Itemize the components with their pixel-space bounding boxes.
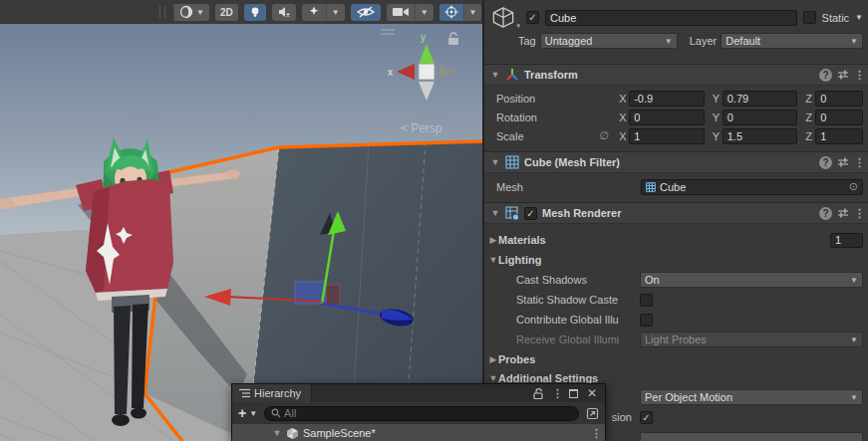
foldout-caret[interactable]: ▼ (490, 157, 500, 167)
close-icon[interactable]: ✕ (587, 386, 597, 400)
toolbar-drag-handle[interactable] (159, 6, 165, 18)
static-dropdown-caret[interactable]: ▼ (855, 13, 863, 22)
scale-z-field[interactable]: 1 (815, 128, 863, 144)
static-shadow-caster-checkbox[interactable] (640, 294, 653, 307)
x-axis-label: X (619, 111, 629, 123)
layer-dropdown[interactable]: Default▼ (721, 33, 863, 49)
perspective-mode-label[interactable]: < Persp (401, 121, 442, 135)
active-checkbox[interactable]: ✓ (526, 11, 539, 24)
contribute-gi-checkbox[interactable] (640, 314, 653, 327)
x-axis-label: X (619, 130, 629, 142)
lighting-label: Lighting (498, 254, 541, 266)
scene-view-toolbar: ▼ 2D ▼ (0, 0, 482, 24)
component-title: Mesh Renderer (542, 207, 814, 219)
window-menu-icon[interactable]: ⋮ (552, 387, 560, 400)
position-z-field[interactable]: 0 (815, 91, 863, 107)
effects-button[interactable] (302, 4, 326, 21)
dynamic-occlusion-checkbox[interactable]: ✓ (640, 411, 653, 424)
scene-visibility-toggle-button[interactable] (351, 4, 381, 21)
preset-icon[interactable] (837, 156, 849, 168)
effects-dropdown-button[interactable]: ▼ (326, 4, 345, 21)
mesh-renderer-header[interactable]: ▼ ✓ Mesh Renderer ? ⋮ (484, 202, 868, 224)
scale-x-field[interactable]: 1 (629, 128, 705, 144)
search-placeholder: All (284, 407, 296, 419)
2d-toggle-button[interactable]: 2D (215, 4, 238, 21)
foldout-caret[interactable]: ▼ (272, 428, 282, 438)
gizmo-yz-plane-handle[interactable] (326, 285, 340, 306)
gameobject-cube-icon (490, 5, 516, 30)
shading-mode-button[interactable]: ▼ (173, 4, 209, 21)
object-picker-icon[interactable]: ⊙ (849, 180, 858, 193)
kebab-menu-icon[interactable]: ⋮ (854, 207, 862, 220)
scene-viewport[interactable]: y x < Persp (0, 24, 482, 441)
scale-y-field[interactable]: 1.5 (723, 128, 798, 144)
kebab-menu-icon[interactable]: ⋮ (591, 427, 599, 440)
scene-row[interactable]: ▼ SampleScene* ⋮ (232, 424, 605, 441)
rotation-x-field[interactable]: 0 (629, 110, 705, 125)
scene-audio-toggle-button[interactable] (272, 4, 296, 21)
foldout-caret[interactable]: ▶ (488, 235, 498, 245)
probes-group-row[interactable]: ▶ Probes (484, 349, 868, 368)
y-axis-label: Y (713, 93, 723, 105)
rotation-y-field[interactable]: 0 (723, 110, 798, 125)
y-axis-label: Y (713, 130, 723, 142)
help-icon[interactable]: ? (819, 207, 832, 220)
component-gizmos-button[interactable] (439, 4, 463, 21)
tag-label: Tag (518, 35, 536, 47)
mesh-object-field[interactable]: Cube ⊙ (641, 179, 863, 195)
preset-icon[interactable] (837, 69, 849, 81)
rotation-z-field[interactable]: 0 (815, 110, 863, 125)
foldout-caret[interactable]: ▼ (488, 373, 498, 383)
unlock-icon[interactable] (533, 388, 543, 399)
create-dropdown-caret[interactable]: ▼ (249, 409, 257, 418)
z-axis-label: Z (805, 111, 815, 123)
name-field[interactable]: Cube (545, 10, 797, 26)
hierarchy-titlebar[interactable]: Hierarchy ⋮ ✕ (232, 384, 605, 402)
foldout-caret[interactable]: ▶ (488, 354, 498, 364)
create-button[interactable]: + (238, 406, 246, 420)
lighting-group-row[interactable]: ▼ Lighting (484, 250, 868, 270)
scene-lighting-toggle-button[interactable] (244, 4, 266, 21)
materials-label: Materials (498, 234, 546, 246)
materials-row[interactable]: ▶ Materials 1 (484, 230, 868, 250)
partial-bottom-dropdown[interactable] (640, 432, 863, 441)
camera-dropdown-button[interactable]: ▼ (415, 4, 434, 21)
icon-select-caret[interactable]: ▾ (516, 22, 520, 30)
hierarchy-tab[interactable]: Hierarchy (232, 384, 312, 402)
cast-shadows-dropdown[interactable]: On▼ (640, 272, 863, 288)
component-title: Cube (Mesh Filter) (524, 156, 814, 168)
picker-window-icon[interactable] (586, 407, 599, 420)
preset-icon[interactable] (837, 207, 849, 219)
help-icon[interactable]: ? (819, 156, 832, 169)
gizmo-x-label: x (388, 67, 393, 78)
position-x-field[interactable]: -0.9 (629, 91, 705, 107)
static-label: Static (822, 12, 850, 24)
transform-header[interactable]: ▼ Transform ? ⋮ (484, 64, 868, 86)
foldout-caret[interactable]: ▼ (490, 70, 500, 80)
mesh-label: Mesh (496, 181, 641, 193)
position-label: Position (496, 93, 619, 105)
tag-dropdown[interactable]: Untagged▼ (540, 33, 678, 49)
motion-vectors-dropdown[interactable]: Per Object Motion▼ (640, 389, 863, 405)
position-y-field[interactable]: 0.79 (723, 91, 798, 107)
mesh-icon (646, 182, 656, 192)
materials-count-field[interactable]: 1 (830, 233, 863, 248)
static-checkbox[interactable] (803, 11, 816, 24)
audio-muted-icon (277, 5, 291, 19)
gizmo-center-cube[interactable] (419, 64, 434, 80)
scene-camera-button[interactable] (387, 4, 415, 21)
foldout-caret[interactable]: ▼ (490, 208, 500, 218)
kebab-menu-icon[interactable]: ⋮ (854, 156, 862, 169)
component-enabled-checkbox[interactable]: ✓ (524, 207, 537, 220)
y-axis-label: Y (713, 111, 723, 123)
kebab-menu-icon[interactable]: ⋮ (854, 69, 862, 82)
mesh-renderer-icon (505, 206, 519, 220)
help-icon[interactable]: ? (819, 69, 832, 82)
search-input[interactable]: All (264, 406, 579, 421)
foldout-caret[interactable]: ▼ (488, 255, 498, 265)
maximize-icon[interactable] (569, 389, 578, 398)
constrain-proportions-icon[interactable]: ∅ (599, 129, 619, 142)
mesh-filter-header[interactable]: ▼ Cube (Mesh Filter) ? ⋮ (484, 151, 868, 173)
mesh-filter-icon (505, 155, 519, 169)
gizmos-dropdown-button[interactable]: ▼ (463, 4, 482, 21)
